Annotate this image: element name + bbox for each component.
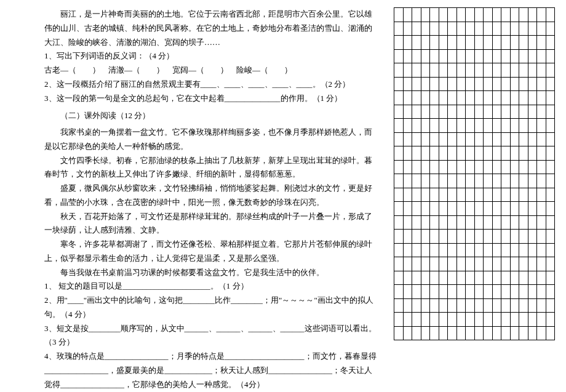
writing-grid-right xyxy=(394,7,555,340)
p1-q3: 3、这一段的第一句是全文的总起句，它在文中起着______________的作用… xyxy=(44,92,377,106)
p1-q2: 2、这一段概括介绍了丽江的自然景观主要有____、____、____、____、… xyxy=(44,78,377,92)
p1-q1: 1、写出下列词语的反义词：（4 分） xyxy=(44,49,377,63)
p2-para4: 秋天，百花开始落了，可文竹还是那样绿茸茸的。那绿丝构成的叶子一片叠一片，形成了一… xyxy=(44,210,377,238)
p2-q3: 3、短文是按________顺序写的，从文中______、______、____… xyxy=(44,322,377,350)
section2-title: （二）课外阅读（12 分） xyxy=(44,109,377,123)
p2-para5: 寒冬，许多花草都凋谢了，而文竹还像苍松、翠柏那样挺立着。它那片片苍郁伸展的绿叶上… xyxy=(44,238,377,266)
p2-para3: 盛夏，微风偶尔从纱窗吹来，文竹轻拂绢袖，悄悄地婆娑起舞。刚浇过水的文竹，更是好看… xyxy=(44,182,377,210)
passage1-text: 丽江，是一片神奇而美丽的的土地。它位于云南省西北部，距昆明市六百余公里。它以雄伟… xyxy=(44,7,377,49)
p2-para6: 每当我做在书桌前温习功课的时候都要看这盆文竹。它是我生活中的伙伴。 xyxy=(44,266,377,280)
p2-q4: 4、玫瑰的特点是________________；月季的特点是_________… xyxy=(44,350,377,391)
p1-q1-options: 古老—（ ） 清澈—（ ） 宽阔—（ ） 险峻—（ ） xyxy=(44,63,377,78)
p2-q2: 2、用"____"画出文中的比喻句，这句把________比作________；… xyxy=(44,294,377,322)
p2-para1: 我家书桌的一角摆着一盆文竹。它不像玫瑰那样绚丽多姿，也不像月季那样娇艳惹人，而是… xyxy=(44,126,377,154)
p2-para2: 文竹四季长绿。初春，它那油绿的枝条上抽出了几枝新芽，新芽上呈现出茸茸的绿叶。暮春… xyxy=(44,154,377,182)
p2-q1: 1、 短文的题目可以是______________________。（1 分） xyxy=(44,279,377,294)
